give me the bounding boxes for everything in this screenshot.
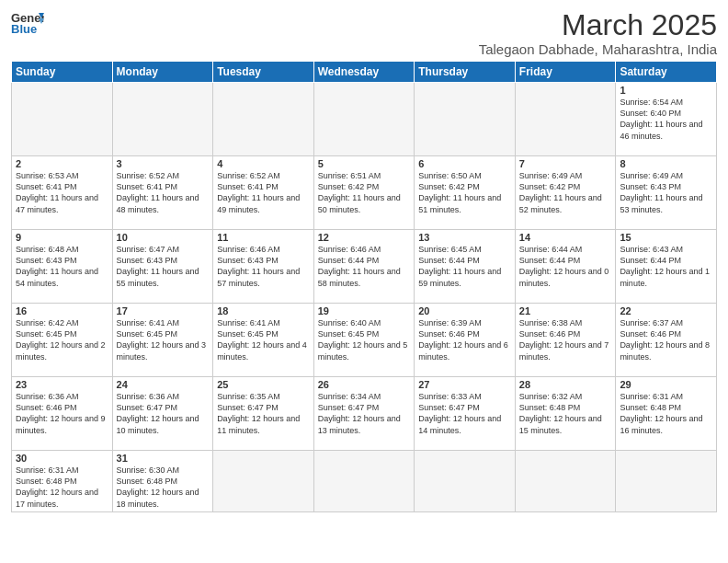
header: General Blue March 2025 Talegaon Dabhade…	[11, 9, 717, 57]
table-row: 2Sunrise: 6:53 AM Sunset: 6:41 PM Daylig…	[12, 156, 113, 230]
day-info: Sunrise: 6:46 AM Sunset: 6:44 PM Dayligh…	[318, 244, 411, 289]
table-row: 8Sunrise: 6:49 AM Sunset: 6:43 PM Daylig…	[616, 156, 717, 230]
table-row: 31Sunrise: 6:30 AM Sunset: 6:48 PM Dayli…	[112, 451, 213, 512]
day-number: 27	[418, 379, 511, 390]
table-row	[213, 83, 314, 156]
table-row: 20Sunrise: 6:39 AM Sunset: 6:46 PM Dayli…	[415, 304, 516, 377]
day-info: Sunrise: 6:45 AM Sunset: 6:44 PM Dayligh…	[418, 244, 511, 289]
table-row: 5Sunrise: 6:51 AM Sunset: 6:42 PM Daylig…	[313, 156, 415, 230]
header-tuesday: Tuesday	[213, 62, 314, 83]
day-number: 21	[519, 305, 612, 316]
day-number: 16	[16, 305, 108, 316]
day-number: 24	[117, 379, 210, 390]
table-row: 12Sunrise: 6:46 AM Sunset: 6:44 PM Dayli…	[313, 230, 415, 304]
logo: General Blue	[11, 9, 44, 35]
day-info: Sunrise: 6:41 AM Sunset: 6:45 PM Dayligh…	[217, 317, 310, 362]
day-info: Sunrise: 6:54 AM Sunset: 6:40 PM Dayligh…	[620, 97, 712, 142]
month-year: March 2025	[479, 9, 717, 41]
day-number: 13	[418, 232, 511, 243]
day-info: Sunrise: 6:36 AM Sunset: 6:46 PM Dayligh…	[16, 391, 108, 436]
day-number: 5	[318, 158, 411, 169]
day-number: 31	[117, 453, 210, 464]
table-row: 13Sunrise: 6:45 AM Sunset: 6:44 PM Dayli…	[415, 230, 516, 304]
day-info: Sunrise: 6:52 AM Sunset: 6:41 PM Dayligh…	[117, 170, 210, 215]
table-row: 10Sunrise: 6:47 AM Sunset: 6:43 PM Dayli…	[112, 230, 213, 304]
day-number: 26	[318, 379, 411, 390]
day-number: 1	[620, 85, 712, 96]
page: General Blue March 2025 Talegaon Dabhade…	[0, 0, 728, 563]
day-info: Sunrise: 6:41 AM Sunset: 6:45 PM Dayligh…	[117, 317, 210, 362]
day-info: Sunrise: 6:49 AM Sunset: 6:42 PM Dayligh…	[519, 170, 612, 215]
day-info: Sunrise: 6:49 AM Sunset: 6:43 PM Dayligh…	[620, 170, 712, 215]
table-row: 26Sunrise: 6:34 AM Sunset: 6:47 PM Dayli…	[313, 377, 415, 451]
table-row: 24Sunrise: 6:36 AM Sunset: 6:47 PM Dayli…	[112, 377, 213, 451]
table-row: 18Sunrise: 6:41 AM Sunset: 6:45 PM Dayli…	[213, 304, 314, 377]
day-number: 12	[318, 232, 411, 243]
day-number: 17	[117, 305, 210, 316]
day-number: 4	[217, 158, 310, 169]
table-row: 3Sunrise: 6:52 AM Sunset: 6:41 PM Daylig…	[112, 156, 213, 230]
location: Talegaon Dabhade, Maharashtra, India	[479, 41, 717, 57]
table-row: 7Sunrise: 6:49 AM Sunset: 6:42 PM Daylig…	[515, 156, 616, 230]
table-row: 22Sunrise: 6:37 AM Sunset: 6:46 PM Dayli…	[616, 304, 717, 377]
table-row	[415, 451, 516, 512]
day-number: 7	[519, 158, 612, 169]
day-info: Sunrise: 6:37 AM Sunset: 6:46 PM Dayligh…	[620, 317, 712, 362]
svg-text:Blue: Blue	[11, 22, 37, 35]
generalblue-icon: General Blue	[11, 9, 44, 35]
day-number: 20	[418, 305, 511, 316]
table-row: 14Sunrise: 6:44 AM Sunset: 6:44 PM Dayli…	[515, 230, 616, 304]
day-info: Sunrise: 6:40 AM Sunset: 6:45 PM Dayligh…	[318, 317, 411, 362]
day-info: Sunrise: 6:36 AM Sunset: 6:47 PM Dayligh…	[117, 391, 210, 436]
table-row: 29Sunrise: 6:31 AM Sunset: 6:48 PM Dayli…	[616, 377, 717, 451]
table-row: 28Sunrise: 6:32 AM Sunset: 6:48 PM Dayli…	[515, 377, 616, 451]
day-number: 15	[620, 232, 712, 243]
header-saturday: Saturday	[616, 62, 717, 83]
day-number: 3	[117, 158, 210, 169]
table-row	[213, 451, 314, 512]
day-info: Sunrise: 6:44 AM Sunset: 6:44 PM Dayligh…	[519, 244, 612, 289]
table-row: 17Sunrise: 6:41 AM Sunset: 6:45 PM Dayli…	[112, 304, 213, 377]
days-header-row: Sunday Monday Tuesday Wednesday Thursday…	[12, 62, 717, 83]
day-info: Sunrise: 6:38 AM Sunset: 6:46 PM Dayligh…	[519, 317, 612, 362]
day-number: 10	[117, 232, 210, 243]
day-info: Sunrise: 6:53 AM Sunset: 6:41 PM Dayligh…	[16, 170, 108, 215]
day-info: Sunrise: 6:42 AM Sunset: 6:45 PM Dayligh…	[16, 317, 108, 362]
header-wednesday: Wednesday	[313, 62, 415, 83]
day-number: 18	[217, 305, 310, 316]
header-friday: Friday	[515, 62, 616, 83]
day-number: 30	[16, 453, 108, 464]
header-sunday: Sunday	[12, 62, 113, 83]
day-info: Sunrise: 6:31 AM Sunset: 6:48 PM Dayligh…	[620, 391, 712, 436]
day-info: Sunrise: 6:43 AM Sunset: 6:44 PM Dayligh…	[620, 244, 712, 289]
table-row: 16Sunrise: 6:42 AM Sunset: 6:45 PM Dayli…	[12, 304, 113, 377]
day-number: 28	[519, 379, 612, 390]
day-info: Sunrise: 6:47 AM Sunset: 6:43 PM Dayligh…	[117, 244, 210, 289]
table-row: 6Sunrise: 6:50 AM Sunset: 6:42 PM Daylig…	[415, 156, 516, 230]
table-row: 4Sunrise: 6:52 AM Sunset: 6:41 PM Daylig…	[213, 156, 314, 230]
day-number: 11	[217, 232, 310, 243]
day-number: 23	[16, 379, 108, 390]
table-row: 9Sunrise: 6:48 AM Sunset: 6:43 PM Daylig…	[12, 230, 113, 304]
table-row	[12, 83, 113, 156]
day-info: Sunrise: 6:46 AM Sunset: 6:43 PM Dayligh…	[217, 244, 310, 289]
day-info: Sunrise: 6:32 AM Sunset: 6:48 PM Dayligh…	[519, 391, 612, 436]
table-row: 19Sunrise: 6:40 AM Sunset: 6:45 PM Dayli…	[313, 304, 415, 377]
table-row: 1Sunrise: 6:54 AM Sunset: 6:40 PM Daylig…	[616, 83, 717, 156]
day-number: 29	[620, 379, 712, 390]
day-number: 9	[16, 232, 108, 243]
title-block: March 2025 Talegaon Dabhade, Maharashtra…	[479, 9, 717, 57]
table-row	[616, 451, 717, 512]
day-number: 14	[519, 232, 612, 243]
day-info: Sunrise: 6:50 AM Sunset: 6:42 PM Dayligh…	[418, 170, 511, 215]
day-info: Sunrise: 6:51 AM Sunset: 6:42 PM Dayligh…	[318, 170, 411, 215]
day-info: Sunrise: 6:52 AM Sunset: 6:41 PM Dayligh…	[217, 170, 310, 215]
table-row: 30Sunrise: 6:31 AM Sunset: 6:48 PM Dayli…	[12, 451, 113, 512]
table-row: 11Sunrise: 6:46 AM Sunset: 6:43 PM Dayli…	[213, 230, 314, 304]
header-monday: Monday	[112, 62, 213, 83]
table-row	[515, 451, 616, 512]
day-number: 22	[620, 305, 712, 316]
day-info: Sunrise: 6:39 AM Sunset: 6:46 PM Dayligh…	[418, 317, 511, 362]
day-number: 19	[318, 305, 411, 316]
table-row	[515, 83, 616, 156]
